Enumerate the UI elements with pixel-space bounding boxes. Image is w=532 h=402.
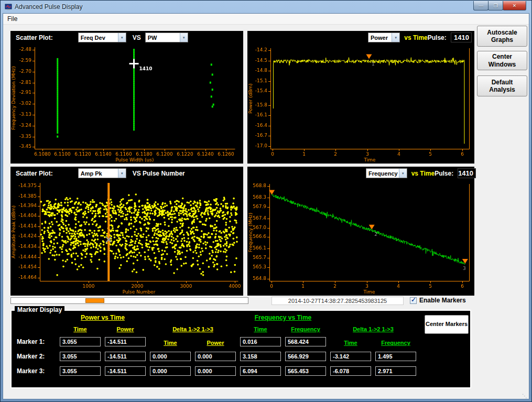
vs-pulse-number-label: VS Pulse Number bbox=[133, 170, 185, 177]
autoscale-graphs-button[interactable]: Autoscale Graphs bbox=[477, 26, 527, 47]
marker1-power-value: -14.511 bbox=[105, 337, 146, 346]
title-bar[interactable]: Advanced Pulse Display — ❐ ✕ bbox=[2, 1, 530, 13]
power-vs-time-panel: Power ▼ vs Time Pulse: 1410 bbox=[247, 31, 474, 164]
vs-time-label: vs Time bbox=[404, 34, 427, 41]
enable-markers-checkbox[interactable]: ✓ bbox=[410, 297, 417, 304]
close-icon: ✕ bbox=[513, 3, 517, 8]
marker2-power-value: -14.511 bbox=[105, 352, 146, 361]
trace-combo-frequency[interactable]: Frequency ▼ bbox=[366, 168, 407, 178]
trace-combo-power[interactable]: Power ▼ bbox=[368, 32, 400, 42]
combo-selected-value: Freq Dev bbox=[79, 35, 118, 41]
marker3-freq-delta-value: 2.971 bbox=[375, 366, 416, 376]
amp-pk-scatter-panel: Scatter Plot: Amp Pk ▼ VS Pulse Number bbox=[10, 167, 243, 296]
freq-dev-scatter-header: Scatter Plot: Freq Dev ▼ VS PW ▼ bbox=[10, 31, 243, 44]
pulse-label: Pulse: bbox=[428, 34, 447, 41]
marker3-power-delta-time-value: 0.000 bbox=[150, 366, 191, 376]
marker1-frequency-value: 568.424 bbox=[285, 337, 326, 346]
frequency-vs-time-chart[interactable] bbox=[247, 180, 474, 296]
marker3-freq-time-value: 6.094 bbox=[240, 366, 281, 376]
scatter-plot-title: Scatter Plot: bbox=[16, 34, 53, 41]
marker2-power-delta-time-value: 0.000 bbox=[150, 352, 191, 361]
freq-frequency-col-header: Frequency bbox=[285, 326, 326, 332]
marker-display-title: Marker Display bbox=[15, 306, 64, 313]
chevron-down-icon: ▼ bbox=[180, 33, 188, 42]
chevron-down-icon: ▼ bbox=[399, 169, 407, 178]
default-analysis-button[interactable]: Default Analysis bbox=[477, 75, 527, 96]
menu-file[interactable]: File bbox=[3, 14, 21, 24]
center-windows-button[interactable]: Center Windows bbox=[477, 51, 527, 70]
center-markers-button[interactable]: Center Markers bbox=[425, 315, 469, 334]
y-axis-combo-freq-dev[interactable]: Freq Dev ▼ bbox=[78, 32, 126, 42]
freq-delta-header: Delta 1->2 1->3 bbox=[330, 326, 416, 332]
marker3-frequency-value: 565.453 bbox=[285, 366, 326, 376]
window-controls: — ❐ ✕ bbox=[474, 1, 526, 10]
pulse-value: 1410 bbox=[458, 168, 476, 178]
enable-markers-label: Enable Markers bbox=[419, 297, 466, 304]
power-power-col-header: Power bbox=[105, 326, 146, 332]
resize-grip-icon[interactable]: ⋱ bbox=[522, 393, 527, 399]
combo-selected-value: PW bbox=[146, 35, 180, 41]
menu-bar: File bbox=[3, 14, 529, 25]
marker2-power-delta-value: 0.000 bbox=[195, 352, 236, 361]
check-icon: ✓ bbox=[411, 296, 416, 303]
combo-selected-value: Amp Pk bbox=[79, 170, 118, 177]
y-axis-combo-amp-pk[interactable]: Amp Pk ▼ bbox=[78, 168, 126, 178]
marker-display-panel: Marker Display Power vs Time Frequency v… bbox=[10, 310, 471, 388]
marker2-label: Marker 2: bbox=[17, 353, 59, 360]
pulse-label: Pulse: bbox=[435, 170, 453, 177]
combo-selected-value: Frequency bbox=[366, 170, 399, 177]
marker1-label: Marker 1: bbox=[17, 338, 59, 345]
app-icon bbox=[5, 4, 12, 10]
power-delta-power-col-header: Power bbox=[195, 340, 236, 346]
x-axis-combo-pw[interactable]: PW ▼ bbox=[145, 32, 188, 42]
marker2-freq-delta-time-value: -3.142 bbox=[330, 352, 371, 361]
chevron-down-icon: ▼ bbox=[118, 33, 126, 42]
app-window: Advanced Pulse Display — ❐ ✕ File Scatte… bbox=[0, 0, 532, 402]
marker3-label: Marker 3: bbox=[17, 367, 59, 375]
scatter-plot-title: Scatter Plot: bbox=[16, 170, 53, 177]
maximize-icon: ❐ bbox=[493, 3, 497, 8]
marker1-power-time-value: 3.055 bbox=[60, 337, 101, 346]
close-button[interactable]: ✕ bbox=[503, 1, 526, 10]
power-time-col-header: Time bbox=[60, 326, 101, 332]
pulse-slider-thumb[interactable] bbox=[85, 298, 104, 303]
frequency-vs-time-header: Frequency ▼ vs Time Pulse: 1410 bbox=[247, 167, 474, 180]
minimize-icon: — bbox=[479, 3, 483, 8]
combo-selected-value: Power bbox=[368, 35, 392, 41]
marker2-freq-time-value: 3.158 bbox=[240, 352, 281, 361]
client-area: Scatter Plot: Freq Dev ▼ VS PW ▼ bbox=[3, 25, 529, 399]
marker2-freq-delta-value: 1.495 bbox=[375, 352, 416, 361]
maximize-button[interactable]: ❐ bbox=[488, 1, 503, 10]
window-title: Advanced Pulse Display bbox=[15, 3, 82, 10]
marker1-freq-time-value: 0.016 bbox=[240, 337, 281, 346]
chevron-down-icon: ▼ bbox=[392, 33, 399, 42]
marker2-frequency-value: 566.929 bbox=[285, 352, 326, 361]
power-delta-time-col-header: Time bbox=[150, 340, 191, 346]
marker2-power-time-value: 3.055 bbox=[60, 352, 101, 361]
power-vs-time-header: Power ▼ vs Time Pulse: 1410 bbox=[247, 31, 474, 44]
freq-dev-scatter-panel: Scatter Plot: Freq Dev ▼ VS PW ▼ bbox=[10, 31, 243, 164]
minimize-button[interactable]: — bbox=[473, 1, 488, 10]
marker3-power-delta-value: 0.000 bbox=[195, 366, 236, 376]
pulse-slider[interactable] bbox=[10, 297, 248, 304]
marker3-power-time-value: 3.055 bbox=[60, 366, 101, 376]
window-body: File Scatter Plot: Freq Dev ▼ VS PW ▼ bbox=[3, 13, 529, 399]
power-vs-time-chart[interactable] bbox=[247, 44, 474, 164]
frequency-vs-time-section-title: Frequency vs Time bbox=[240, 314, 326, 321]
freq-dev-vs-pw-chart[interactable] bbox=[10, 44, 243, 164]
pulse-value: 1410 bbox=[451, 32, 472, 42]
frequency-vs-time-panel: Frequency ▼ vs Time Pulse: 1410 bbox=[247, 167, 474, 296]
chevron-down-icon: ▼ bbox=[118, 169, 126, 178]
power-vs-time-section-title: Power vs Time bbox=[60, 314, 146, 321]
vs-time-label: vs Time bbox=[411, 170, 435, 177]
freq-delta-time-col-header: Time bbox=[330, 340, 371, 346]
marker3-freq-delta-time-value: -6.078 bbox=[330, 366, 371, 376]
timestamp-label: 2014-10-27T14:38:27.2825453983125 bbox=[272, 297, 404, 305]
freq-time-col-header: Time bbox=[240, 326, 281, 332]
amp-pk-vs-pulse-number-chart[interactable] bbox=[10, 180, 243, 296]
enable-markers-control[interactable]: ✓ Enable Markers bbox=[410, 297, 466, 304]
marker3-power-value: -14.511 bbox=[105, 366, 146, 376]
amp-pk-scatter-header: Scatter Plot: Amp Pk ▼ VS Pulse Number bbox=[10, 167, 243, 180]
vs-label: VS bbox=[133, 34, 141, 41]
freq-delta-frequency-col-header: Frequency bbox=[375, 340, 416, 346]
